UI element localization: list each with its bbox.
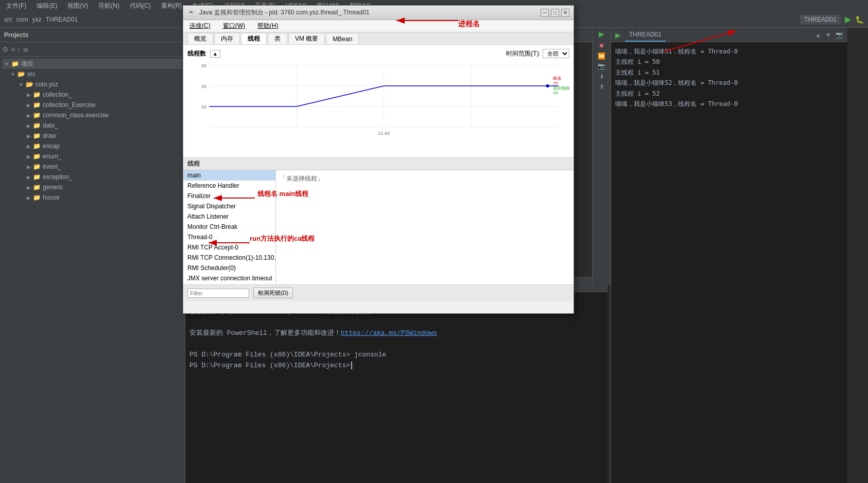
menu-navigate[interactable]: 导航(N)	[96, 1, 121, 11]
thread-chart: 线程数 ▲ 时间范围(T): 全部	[183, 45, 574, 158]
tab-mbean[interactable]: MBean	[326, 33, 359, 44]
restore-button[interactable]: □	[551, 9, 559, 17]
detect-deadlock-button[interactable]: 检测死锁(D)	[253, 288, 293, 298]
sidebar-icon-1[interactable]: ⚙	[2, 45, 9, 53]
menu-connect[interactable]: 连接(C)	[187, 21, 213, 31]
tree-root[interactable]: ▼ 📁 项目	[2, 59, 183, 69]
svg-text:10: 10	[201, 104, 206, 110]
toolbar-src: src	[4, 16, 12, 23]
thread-item-refhandler[interactable]: Reference Handler	[183, 181, 275, 191]
tree-generic[interactable]: ▶ 📁 generic	[2, 182, 183, 192]
common-folder-icon: 📁	[33, 112, 41, 119]
run-sidebar: ▶ ■ ⏩ 📷 ⬇ ⬆	[592, 28, 611, 285]
draw-folder-icon: 📁	[33, 132, 41, 139]
debug-btn[interactable]: 🐛	[855, 15, 864, 24]
jconsole-tabs: 概览 内存 线程 类 VM 概要 MBean	[183, 32, 574, 45]
svg-text:峰值: 峰值	[553, 76, 561, 81]
menu-window[interactable]: 窗口(W)	[221, 21, 247, 31]
arrow-exception-icon: ▶	[27, 174, 31, 180]
tree-src[interactable]: ▼ 📂 src	[2, 69, 183, 79]
thread-item-main[interactable]: main	[183, 170, 275, 181]
arrow-icon: ▼	[4, 61, 9, 67]
toolbar-com: com	[16, 16, 28, 23]
tree-event[interactable]: ▶ 📁 event_	[2, 162, 183, 172]
date-folder-icon: 📁	[33, 122, 41, 129]
run-sidebar-icon-5[interactable]: ⬇	[599, 73, 604, 80]
run-sidebar-icon-4[interactable]: 📷	[598, 63, 605, 70]
menu-file[interactable]: 文件(F)	[4, 1, 28, 11]
tree-common[interactable]: ▶ 📁 common_class.exercise	[2, 110, 183, 120]
tab-vm[interactable]: VM 概要	[288, 33, 325, 44]
chart-header: 线程数 ▲ 时间范围(T): 全部	[187, 49, 569, 58]
sidebar-icon-2[interactable]: ≡	[11, 45, 15, 53]
run-sidebar-icon-1[interactable]: ▶	[599, 30, 604, 38]
console-line-4: 喵喵，我是小猫咪52，线程名 = Thread-0	[615, 78, 843, 88]
thread-item-attach[interactable]: Attach Listener	[183, 211, 275, 222]
tab-overview[interactable]: 概览	[187, 33, 213, 44]
console-tab[interactable]: THREAD01	[625, 28, 666, 42]
tree-collection-label: collection_	[43, 91, 72, 98]
jconsole-java-icon: ☕	[187, 9, 195, 16]
tab-memory[interactable]: 内存	[214, 33, 240, 44]
tab-classes[interactable]: 类	[268, 33, 287, 44]
svg-text:20: 20	[201, 63, 206, 68]
svg-text:11:42: 11:42	[378, 131, 390, 136]
thread-item-jmx-timeout[interactable]: JMX server connection timeout	[183, 273, 275, 283]
jconsole-window[interactable]: ☕ Java 监视和管理控制台 - pid: 3760 com.yxz.thre…	[183, 5, 574, 314]
sidebar-header: Projects	[0, 28, 185, 42]
powershell-link[interactable]: https://aka.ms/PSWindows	[341, 329, 437, 337]
thread-item-monitor[interactable]: Monitor Ctrl-Break	[183, 222, 275, 232]
tree-collection[interactable]: ▶ 📁 collection_	[2, 90, 183, 100]
menu-view[interactable]: 视图(V)	[65, 1, 90, 11]
tree-com-yxz[interactable]: ▼ 📂 com.yxz	[2, 79, 183, 90]
time-range-select[interactable]: 全部	[543, 49, 569, 58]
thread-item-signal[interactable]: Signal Dispatcher	[183, 201, 275, 211]
colex-folder-icon: 📁	[33, 101, 41, 109]
thread-item-finalizer[interactable]: Finalizer	[183, 191, 275, 201]
run-sidebar-icon-6[interactable]: ⬆	[599, 83, 604, 91]
menu-edit[interactable]: 编辑(E)	[34, 1, 59, 11]
console-output: 喵喵，我是小猫咪51，线程名 = Thread-0 主线程 i = 50 主线程…	[611, 42, 847, 113]
tree-generic-label: generic	[43, 184, 63, 191]
tree-house[interactable]: ▶ 📁 house	[2, 192, 183, 203]
scroll-up-icon[interactable]: ▲	[815, 31, 821, 39]
src-folder-icon: 📂	[18, 70, 25, 78]
tree-encap-label: encap	[43, 142, 60, 150]
jconsole-body: 线程数 ▲ 时间范围(T): 全部	[183, 45, 574, 301]
thread-item-thread0[interactable]: Thread-0	[183, 232, 275, 242]
run-btn[interactable]: ▶	[845, 14, 851, 24]
chart-expand-icon[interactable]: ▲	[210, 50, 220, 58]
thread-filter-input[interactable]	[187, 289, 249, 298]
sidebar-icon-4[interactable]: ≣	[23, 45, 29, 53]
tree-encap[interactable]: ▶ 📁 encap	[2, 141, 183, 151]
tree-exception[interactable]: ▶ 📁 exception_	[2, 172, 183, 182]
tree-draw[interactable]: ▶ 📁 draw	[2, 131, 183, 141]
toolbar-thread-name: THREAD01	[46, 16, 78, 23]
minimize-button[interactable]: ─	[541, 9, 549, 17]
thread-item-rmi-tcp-accept[interactable]: RMI TCP Accept-0	[183, 242, 275, 253]
tab-threads[interactable]: 线程	[241, 33, 267, 44]
run-sidebar-icon-3[interactable]: ⏩	[598, 52, 605, 60]
thread-item-rmi-tcp-conn1[interactable]: RMI TCP Connection(1)-10.130.1	[183, 253, 275, 263]
tree-house-label: house	[43, 194, 60, 201]
jconsole-menubar: 连接(C) 窗口(W) 帮助(H)	[183, 20, 574, 32]
jconsole-title: Java 监视和管理控制台 - pid: 3760 com.yxz.thread…	[199, 8, 539, 17]
menu-code[interactable]: 代码(C)	[128, 1, 153, 11]
tree-date[interactable]: ▶ 📁 date_	[2, 120, 183, 131]
sidebar-icon-3[interactable]: ↕	[17, 45, 21, 53]
arrow-generic-icon: ▶	[27, 185, 31, 190]
close-button[interactable]: ✕	[561, 9, 569, 17]
thread-names-panel: main Reference Handler Finalizer Signal …	[183, 170, 276, 284]
svg-text:15: 15	[201, 84, 206, 89]
menu-help[interactable]: 帮助(H)	[255, 21, 281, 31]
tree-enum-label: enum_	[43, 153, 62, 160]
exception-folder-icon: 📁	[33, 173, 41, 181]
arrow-encap-icon: ▶	[27, 144, 31, 149]
tree-enum[interactable]: ▶ 📁 enum_	[2, 151, 183, 162]
tree-collection-ex[interactable]: ▶ 📁 collection_Exercise	[2, 100, 183, 110]
run-sidebar-icon-2[interactable]: ■	[599, 41, 603, 49]
thread-item-rmi-sched[interactable]: RMI Scheduler(0)	[183, 263, 275, 273]
camera-icon[interactable]: 📷	[836, 31, 843, 39]
menu-refactor[interactable]: 重构(R)	[159, 1, 184, 11]
scroll-down-icon[interactable]: ▼	[825, 31, 831, 39]
